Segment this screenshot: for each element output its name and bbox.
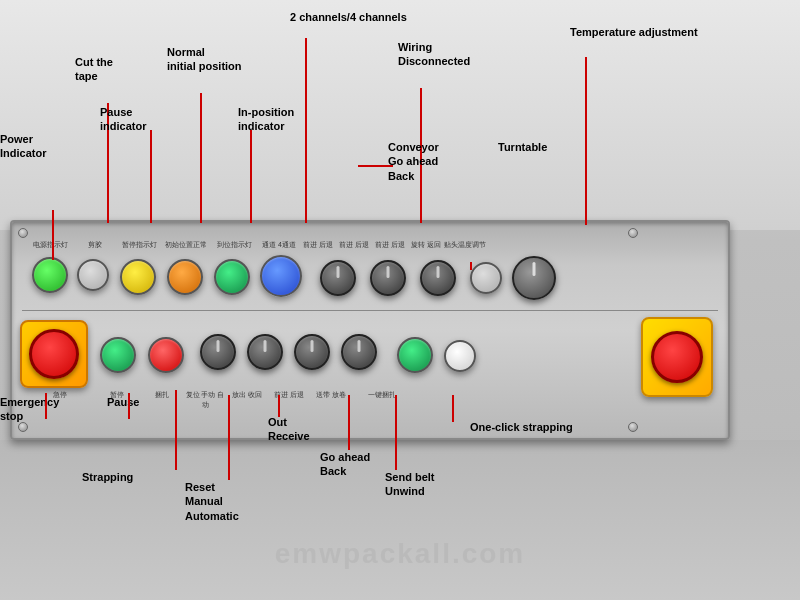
- in-position-indicator-button[interactable]: [214, 259, 250, 295]
- temperature-knob[interactable]: [512, 256, 556, 300]
- screw-tr: [628, 228, 638, 238]
- knob-send-belt[interactable]: [341, 334, 377, 370]
- line-temperature: [585, 57, 587, 225]
- annotation-pause: Pause: [107, 395, 139, 409]
- machine-bottom: [0, 440, 800, 600]
- pause-button[interactable]: [100, 337, 136, 373]
- line-strapping: [175, 390, 177, 470]
- knob-out-receive[interactable]: [247, 334, 283, 370]
- channels-button[interactable]: [260, 255, 302, 297]
- annotation-send-belt: Send beltUnwind: [385, 470, 435, 499]
- line-in-position: [250, 130, 252, 223]
- screw-br: [628, 422, 638, 432]
- right-emergency-housing: [641, 317, 713, 397]
- knob-conveyor-3[interactable]: [420, 260, 456, 296]
- line-channels: [305, 38, 307, 223]
- line-send-belt: [395, 395, 397, 470]
- line-turntable: [470, 262, 472, 270]
- power-indicator-button[interactable]: [32, 257, 68, 293]
- normal-initial-position-button[interactable]: [167, 259, 203, 295]
- annotation-channels: 2 channels/4 channels: [290, 10, 407, 24]
- chinese-labels-upper: 电源指示灯 剪胶 暂停指示灯 初始位置正常 到位指示灯 通道 4通道 前进 后退…: [26, 240, 586, 250]
- panel-divider: [22, 310, 718, 311]
- annotation-turntable: Turntable: [498, 140, 547, 154]
- annotation-normal-initial: Normalinitial position: [167, 45, 242, 74]
- annotation-emergency-stop: Emergencystop: [0, 395, 59, 424]
- annotation-out-receive: OutReceive: [268, 415, 310, 444]
- annotation-pause-indicator: Pauseindicator: [100, 105, 146, 134]
- annotation-one-click: One-click strapping: [470, 420, 573, 434]
- line-one-click: [452, 395, 454, 422]
- line-emergency-stop: [45, 393, 47, 419]
- cut-tape-button[interactable]: [77, 259, 109, 291]
- emergency-stop-housing: [20, 320, 88, 388]
- turntable-button[interactable]: [470, 262, 502, 294]
- emergency-stop-button[interactable]: [29, 329, 79, 379]
- line-conveyor: [358, 165, 393, 167]
- knob-reset-manual[interactable]: [200, 334, 236, 370]
- strapping-button[interactable]: [148, 337, 184, 373]
- annotation-in-position: In-positionindicator: [238, 105, 294, 134]
- line-out-receive: [278, 395, 280, 417]
- annotation-temperature: Temperature adjustment: [570, 25, 698, 39]
- annotation-strapping: Strapping: [82, 470, 133, 484]
- lower-white-button[interactable]: [444, 340, 476, 372]
- annotation-reset-manual: ResetManualAutomatic: [185, 480, 239, 523]
- annotation-cut-tape: Cut thetape: [75, 55, 113, 84]
- main-container: 电源指示灯 剪胶 暂停指示灯 初始位置正常 到位指示灯 通道 4通道 前进 后退…: [0, 0, 800, 600]
- line-pause-indicator: [150, 130, 152, 223]
- line-go-ahead-back: [348, 395, 350, 450]
- line-reset-manual: [228, 395, 230, 480]
- line-normal-initial: [200, 93, 202, 223]
- annotation-power-indicator: PowerIndicator: [0, 132, 46, 161]
- annotation-disconnected: WiringDisconnected: [398, 40, 470, 69]
- line-pause: [128, 393, 130, 419]
- screw-tl: [18, 228, 28, 238]
- line-power-indicator: [52, 210, 54, 260]
- knob-go-ahead-back[interactable]: [294, 334, 330, 370]
- pause-indicator-button[interactable]: [120, 259, 156, 295]
- right-emergency-button[interactable]: [651, 331, 703, 383]
- knob-conveyor-2[interactable]: [370, 260, 406, 296]
- one-click-strapping-button[interactable]: [397, 337, 433, 373]
- annotation-conveyor: ConveyorGo aheadBack: [388, 140, 439, 183]
- annotation-go-ahead-back: Go aheadBack: [320, 450, 370, 479]
- knob-conveyor-1[interactable]: [320, 260, 356, 296]
